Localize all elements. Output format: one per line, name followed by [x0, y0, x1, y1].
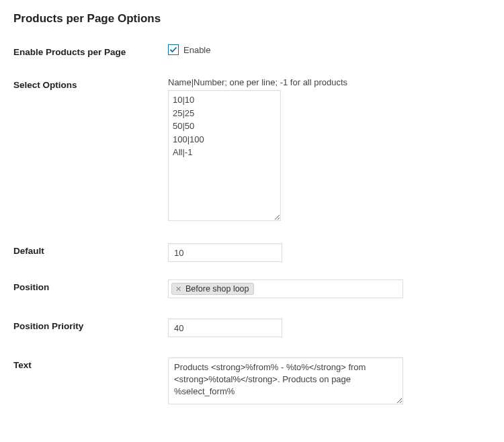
label-enable: Enable Products per Page	[13, 44, 168, 57]
position-tag-label: Before shop loop	[185, 284, 249, 294]
position-priority-input[interactable]	[168, 318, 282, 337]
select-options-textarea[interactable]	[168, 90, 281, 221]
remove-tag-icon[interactable]: ✕	[175, 285, 181, 293]
label-position-priority: Position Priority	[13, 318, 168, 331]
checkmark-icon	[169, 46, 177, 54]
label-position: Position	[13, 279, 168, 292]
row-position-priority: Position Priority	[13, 318, 491, 337]
enable-checkbox[interactable]	[168, 44, 179, 55]
row-default: Default	[13, 243, 491, 262]
position-tag: ✕ Before shop loop	[171, 283, 254, 295]
row-enable: Enable Products per Page Enable	[13, 44, 491, 57]
row-select-options: Select Options Name|Number; one per line…	[13, 77, 491, 223]
label-default: Default	[13, 243, 168, 256]
label-text: Text	[13, 357, 168, 370]
enable-checkbox-label: Enable	[183, 45, 210, 55]
select-options-description: Name|Number; one per line; -1 for all pr…	[168, 77, 491, 87]
enable-checkbox-wrap[interactable]: Enable	[168, 44, 210, 55]
default-input[interactable]	[168, 243, 282, 262]
row-position: Position ✕ Before shop loop	[13, 279, 491, 298]
section-title: Products per Page Options	[13, 12, 491, 26]
row-text: Text	[13, 357, 491, 406]
label-select-options: Select Options	[13, 77, 168, 90]
text-textarea[interactable]	[168, 357, 403, 404]
position-select[interactable]: ✕ Before shop loop	[168, 279, 403, 298]
